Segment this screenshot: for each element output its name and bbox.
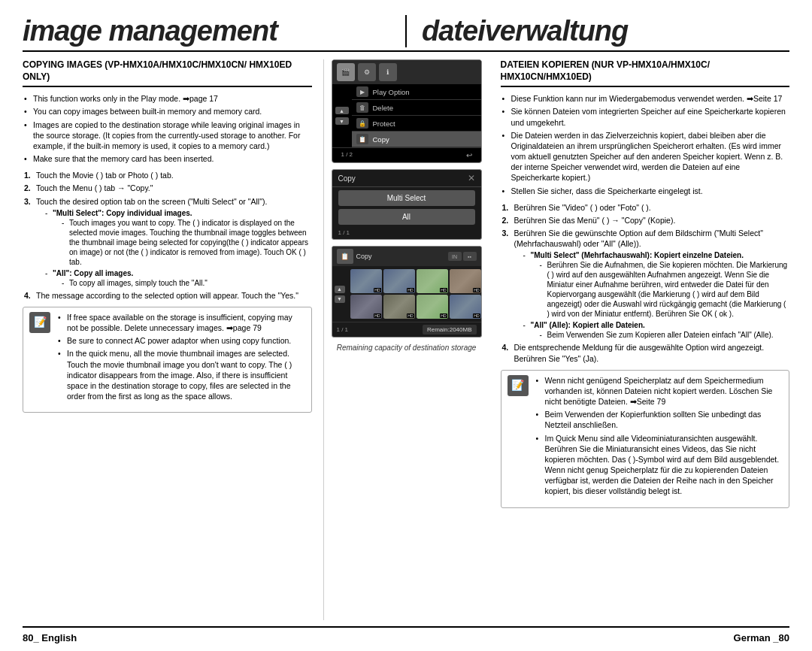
list-item: 1.Berühren Sie "Video" ( ) oder "Foto" (… xyxy=(501,202,790,213)
gallery-copy-icon: 📋 xyxy=(337,249,353,264)
right-numbered: 1.Berühren Sie "Video" ( ) oder "Foto" (… xyxy=(501,202,790,364)
list-item: Make sure that the memory card has been … xyxy=(23,153,312,164)
nav-down[interactable]: ▼ xyxy=(335,117,349,125)
menu-item-play-option[interactable]: ▶ Play Option xyxy=(352,84,481,100)
list-item: 3.Berühren Sie die gewünschte Option auf… xyxy=(501,228,790,340)
left-column: COPYING IMAGES (VP-HMX10A/HMX10C/HMX10CN… xyxy=(23,59,324,620)
gallery-indicators: IN ▪▪ xyxy=(448,252,477,261)
thumbnail[interactable]: HD xyxy=(417,295,448,319)
list-item: Wenn nicht genügend Speicherplatz auf de… xyxy=(535,375,783,407)
close-icon[interactable]: ✕ xyxy=(468,173,475,183)
title-right: dateiverwaltung xyxy=(407,15,789,47)
list-item: "Multi Select": Copy individual images. … xyxy=(44,208,312,267)
list-item: Beim Verwenden der Kopierfunktion sollte… xyxy=(535,409,783,430)
list-item: 4.The message according to the selected … xyxy=(23,290,312,301)
page: image management dateiverwaltung COPYING… xyxy=(0,0,812,651)
list-item: Die Dateien werden in das Zielverzeichni… xyxy=(501,130,790,183)
copy-dialog: Copy ✕ Multi Select All 1 / 1 xyxy=(332,169,482,240)
menu-item-label: Copy xyxy=(373,135,389,144)
menu-top: 🎬 ⚙ ℹ xyxy=(332,60,481,84)
title-left: image management xyxy=(23,15,407,47)
list-item: Beim Verwenden Sie zum Kopieren aller Da… xyxy=(538,330,790,340)
thumb-hd-badge: HD xyxy=(407,313,414,318)
list-item: Sie können Dateien vom integrierten Spei… xyxy=(501,106,790,127)
thumb-hd-badge: HD xyxy=(440,288,447,292)
list-item: To copy all images, simply touch the "Al… xyxy=(60,278,312,288)
copy-dialog-header: Copy ✕ xyxy=(332,170,481,187)
left-section-title: COPYING IMAGES (VP-HMX10A/HMX10C/HMX10CN… xyxy=(23,59,312,87)
list-item: 2.Berühren Sie das Menü" ( ) → "Copy" (K… xyxy=(501,215,790,226)
gallery-nav-down[interactable]: ▼ xyxy=(335,295,345,303)
gallery-side-nav: ▲ ▼ xyxy=(332,266,347,322)
list-item: "All" (Alle): Kopiert alle Dateien. Beim… xyxy=(522,320,790,340)
copy-icon: 📋 xyxy=(356,134,368,144)
main-content: COPYING IMAGES (VP-HMX10A/HMX10C/HMX10CN… xyxy=(23,59,789,620)
note-bullets: If free space available on the storage i… xyxy=(56,312,305,401)
menu-item-label: Protect xyxy=(373,120,395,128)
list-item: Diese Funktion kann nur im Wiedergabemod… xyxy=(501,93,790,104)
thumbnail[interactable]: HD xyxy=(450,269,481,293)
center-panel: 🎬 ⚙ ℹ ▲ ▼ ▶ Play Option xyxy=(324,59,489,620)
list-item: This function works only in the Play mod… xyxy=(23,93,312,104)
right-note-content: Wenn nicht genügend Speicherplatz auf de… xyxy=(535,375,783,503)
nav-up[interactable]: ▲ xyxy=(335,107,349,114)
right-multi-select-sub: "Multi Select" (Mehrfachauswahl): Kopier… xyxy=(514,250,790,340)
caption: Remaining capacity of destination storag… xyxy=(337,344,477,352)
back-icon[interactable]: ↩ xyxy=(462,150,477,161)
thumbnail[interactable]: HD xyxy=(417,269,448,293)
gallery-bottom: 1 / 1 Remain:2040MB xyxy=(332,322,481,337)
multi-select-button[interactable]: Multi Select xyxy=(338,190,475,206)
right-note-bullets: Wenn nicht genügend Speicherplatz auf de… xyxy=(535,375,783,497)
footer-right: German _80 xyxy=(734,632,789,643)
gallery-nav-up[interactable]: ▲ xyxy=(335,286,345,293)
menu-item-label: Play Option xyxy=(373,88,410,96)
thumb-hd-badge: HD xyxy=(374,313,380,318)
thumb-hd-badge: HD xyxy=(407,288,414,292)
thumbnail[interactable]: HD xyxy=(450,295,481,319)
note-icon: 📝 xyxy=(29,312,50,333)
thumbnail[interactable]: HD xyxy=(383,295,415,319)
menu-icon-info: ℹ xyxy=(379,63,397,81)
gallery-screen: 📋 Copy IN ▪▪ ▲ ▼ HD xyxy=(332,246,482,338)
all-button[interactable]: All xyxy=(338,209,475,225)
list-item: Touch images you want to copy. The ( ) i… xyxy=(60,218,312,267)
menu-item-protect[interactable]: 🔒 Protect xyxy=(352,116,481,132)
list-item: 4.Die entsprechende Meldung für die ausg… xyxy=(501,342,790,363)
menu-item-delete[interactable]: 🗑 Delete xyxy=(352,100,481,116)
menu-item-copy[interactable]: 📋 Copy xyxy=(352,132,481,147)
list-item: "All": Copy all images. To copy all imag… xyxy=(44,268,312,288)
page-footer: 80_ English German _80 xyxy=(23,626,789,643)
thumbnail[interactable]: HD xyxy=(350,295,382,319)
copy-dialog-title: Copy xyxy=(338,174,356,183)
right-note-icon: 📝 xyxy=(508,375,529,396)
list-item: You can copy images between built-in mem… xyxy=(23,106,312,117)
thumbnail[interactable]: HD xyxy=(383,269,415,293)
menu-icon-gear: ⚙ xyxy=(358,63,376,81)
indicator-card: ▪▪ xyxy=(463,252,477,261)
protect-icon: 🔒 xyxy=(356,118,368,129)
right-bullets: Diese Funktion kann nur im Wiedergabemod… xyxy=(501,93,790,196)
left-bullets: This function works only in the Play mod… xyxy=(23,93,312,164)
menu-screen: 🎬 ⚙ ℹ ▲ ▼ ▶ Play Option xyxy=(332,59,482,163)
footer-left: 80_ English xyxy=(23,632,77,643)
menu-page-num: 1 / 2 xyxy=(337,150,358,161)
remain-label: Remain:2040MB xyxy=(423,325,477,335)
note-box: 📝 If free space available on the storage… xyxy=(23,307,312,413)
right-note-box: 📝 Wenn nicht genügend Speicherplatz auf … xyxy=(501,370,790,508)
multi-select-sub: "Multi Select": Copy individual images. … xyxy=(36,208,312,288)
page-header: image management dateiverwaltung xyxy=(23,15,789,52)
thumbnail[interactable]: HD xyxy=(350,269,382,293)
menu-icon-film: 🎬 xyxy=(337,63,355,81)
thumb-hd-badge: HD xyxy=(473,288,480,292)
list-item: 1.Touch the Movie ( ) tab or Photo ( ) t… xyxy=(23,170,312,180)
note-content: If free space available on the storage i… xyxy=(56,312,305,407)
list-item: In the quick menu, all the movie thumbna… xyxy=(56,348,305,401)
list-item: Im Quick Menu sind alle Videominiaturans… xyxy=(535,433,783,497)
gallery-title: Copy xyxy=(356,253,445,260)
list-item: If free space available on the storage i… xyxy=(56,312,305,333)
delete-icon: 🗑 xyxy=(356,102,368,113)
thumb-hd-badge: HD xyxy=(440,313,447,318)
list-item: Images are copied to the destination sto… xyxy=(23,120,312,152)
gallery-grid: HD HD HD HD xyxy=(347,266,482,322)
menu-item-label: Delete xyxy=(373,104,393,112)
